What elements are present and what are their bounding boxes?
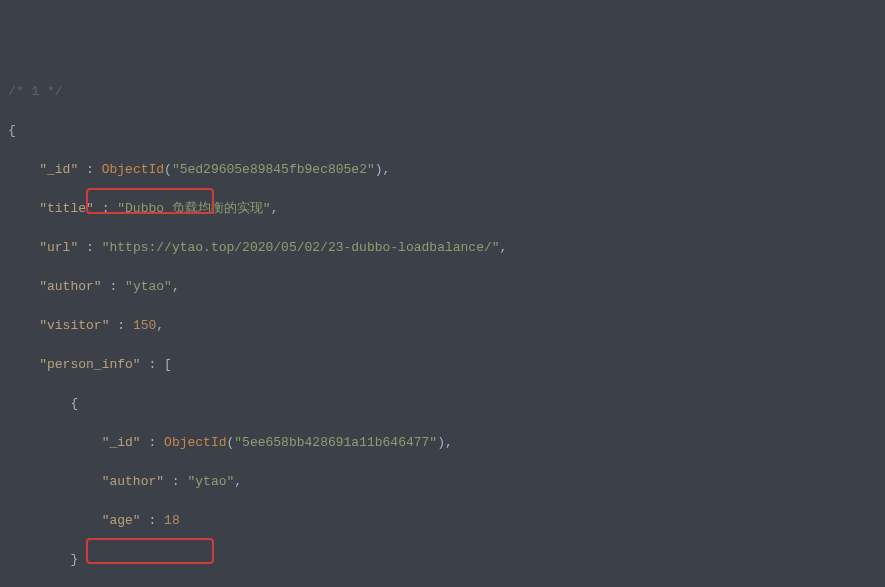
comma: ,: [383, 162, 391, 177]
string-val: "ytao": [125, 279, 172, 294]
comma: ,: [156, 318, 164, 333]
string-val: "5ed29605e89845fb9ec805e2": [172, 162, 375, 177]
comma: ,: [445, 435, 453, 450]
json-key: "author": [102, 474, 164, 489]
brace-open: {: [70, 396, 78, 411]
comma: ,: [172, 279, 180, 294]
colon: :: [172, 474, 180, 489]
json-key: "author": [39, 279, 101, 294]
bracket-open: [: [164, 357, 172, 372]
comma: ,: [500, 240, 508, 255]
code-line: "age" : 18: [8, 511, 877, 531]
code-line: "_id" : ObjectId("5ee658bb428691a11b6464…: [8, 433, 877, 453]
json-key: "person_info": [39, 357, 140, 372]
colon: :: [148, 513, 156, 528]
code-line: {: [8, 394, 877, 414]
code-line: "visitor" : 150,: [8, 316, 877, 336]
number-val: 150: [133, 318, 156, 333]
comma: ,: [234, 474, 242, 489]
json-key: "url": [39, 240, 78, 255]
number-val: 18: [164, 513, 180, 528]
code-line: "author" : "ytao",: [8, 472, 877, 492]
json-key: "visitor": [39, 318, 109, 333]
json-key: "title": [39, 201, 94, 216]
brace-close: }: [70, 552, 78, 567]
code-line: "url" : "https://ytao.top/2020/05/02/23-…: [8, 238, 877, 258]
json-key: "_id": [102, 435, 141, 450]
code-line: "person_info" : [: [8, 355, 877, 375]
string-val: "ytao": [187, 474, 234, 489]
colon: :: [148, 435, 156, 450]
string-val: "https://ytao.top/2020/05/02/23-dubbo-lo…: [102, 240, 500, 255]
brace-open: {: [8, 123, 16, 138]
paren: (: [164, 162, 172, 177]
string-val: "5ee658bb428691a11b646477": [234, 435, 437, 450]
json-key: "age": [102, 513, 141, 528]
func-name: ObjectId: [102, 162, 164, 177]
colon: :: [102, 201, 110, 216]
colon: :: [86, 162, 94, 177]
code-line: /* 1 */: [8, 82, 877, 102]
code-line: "author" : "ytao",: [8, 277, 877, 297]
code-line: {: [8, 121, 877, 141]
paren: ): [375, 162, 383, 177]
comma: ,: [271, 201, 279, 216]
colon: :: [86, 240, 94, 255]
json-key: "_id": [39, 162, 78, 177]
code-line: }: [8, 550, 877, 570]
code-line: "_id" : ObjectId("5ed29605e89845fb9ec805…: [8, 160, 877, 180]
colon: :: [109, 279, 117, 294]
code-line: "title" : "Dubbo 负载均衡的实现",: [8, 199, 877, 219]
colon: :: [117, 318, 125, 333]
paren: ): [437, 435, 445, 450]
string-val: "Dubbo 负载均衡的实现": [117, 201, 270, 216]
func-name: ObjectId: [164, 435, 226, 450]
colon: :: [148, 357, 156, 372]
comment-text: /* 1 */: [8, 84, 63, 99]
